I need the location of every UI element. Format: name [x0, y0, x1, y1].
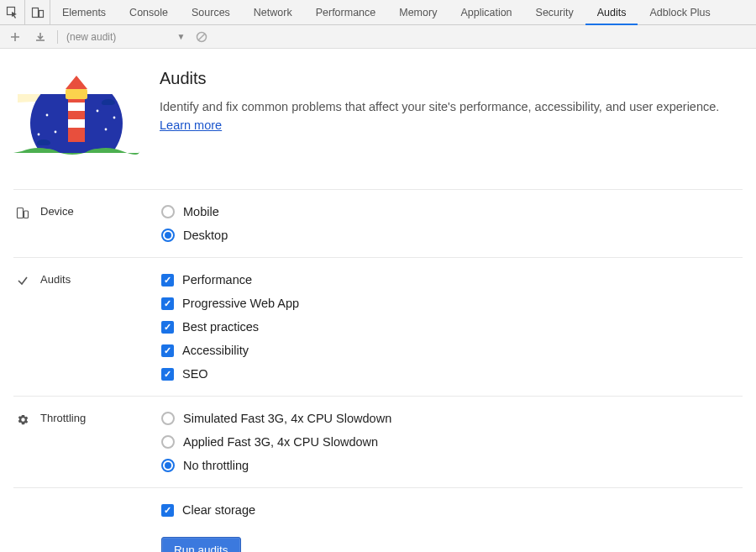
page-title: Audits	[160, 69, 743, 88]
svg-point-14	[105, 129, 108, 131]
check-icon	[15, 275, 30, 287]
svg-rect-7	[68, 103, 85, 111]
svg-point-12	[55, 131, 57, 134]
radio-device-mobile[interactable]: Mobile	[161, 205, 228, 218]
checkbox-icon	[161, 274, 174, 287]
svg-rect-2	[39, 10, 43, 17]
checkbox-icon	[161, 504, 174, 517]
radio-device-desktop[interactable]: Desktop	[161, 229, 228, 242]
section-device: Device Mobile Desktop	[13, 190, 743, 258]
devtools-tabbar: Elements Console Sources Network Perform…	[0, 0, 756, 25]
page-subtitle: Identify and fix common problems that af…	[160, 98, 743, 135]
clear-icon[interactable]	[193, 29, 210, 45]
learn-more-link[interactable]: Learn more	[160, 118, 222, 132]
inspect-element-icon[interactable]	[0, 0, 25, 25]
section-audits-label: Audits	[40, 273, 71, 286]
svg-point-15	[38, 134, 40, 136]
audits-page: Audits Identify and fix common problems …	[0, 49, 756, 552]
svg-rect-19	[24, 211, 29, 218]
section-throttling: Throttling Simulated Fast 3G, 4x CPU Slo…	[13, 397, 743, 488]
section-audits: Audits Performance Progressive Web App B…	[13, 258, 743, 397]
svg-point-16	[113, 117, 116, 119]
svg-rect-1	[32, 8, 38, 17]
tab-adblock-plus[interactable]: Adblock Plus	[638, 0, 722, 24]
audits-header: Audits Identify and fix common problems …	[13, 69, 743, 190]
radio-icon	[161, 205, 175, 218]
svg-rect-18	[18, 208, 24, 218]
checkbox-accessibility[interactable]: Accessibility	[161, 344, 299, 357]
svg-point-11	[46, 114, 49, 117]
tab-memory[interactable]: Memory	[387, 0, 449, 24]
radio-icon	[161, 229, 175, 242]
section-device-label: Device	[40, 205, 74, 218]
section-throttling-label: Throttling	[40, 412, 86, 424]
checkbox-seo[interactable]: SEO	[161, 367, 299, 381]
svg-point-13	[97, 110, 99, 113]
tab-security[interactable]: Security	[524, 0, 585, 24]
device-toolbar-icon[interactable]	[25, 0, 50, 25]
device-icon	[15, 207, 30, 220]
tab-application[interactable]: Application	[449, 0, 523, 24]
radio-throttling-applied[interactable]: Applied Fast 3G, 4x CPU Slowdown	[161, 435, 391, 449]
tab-audits[interactable]: Audits	[585, 0, 638, 24]
radio-throttling-simulated[interactable]: Simulated Fast 3G, 4x CPU Slowdown	[161, 412, 391, 425]
checkbox-icon	[161, 297, 174, 310]
tab-performance[interactable]: Performance	[304, 0, 388, 24]
svg-rect-9	[66, 89, 87, 99]
gear-icon	[15, 413, 30, 426]
dropdown-triangle-icon: ▼	[176, 32, 185, 41]
checkbox-icon	[161, 344, 174, 357]
run-audits-button[interactable]: Run audits	[161, 537, 241, 552]
audit-dropdown[interactable]: (new audit) ▼	[66, 31, 185, 43]
radio-icon	[161, 412, 175, 425]
tab-sources[interactable]: Sources	[180, 0, 242, 24]
download-icon[interactable]	[32, 29, 49, 45]
radio-icon	[161, 435, 175, 449]
audit-dropdown-label: (new audit)	[66, 31, 116, 43]
checkbox-icon	[161, 321, 174, 334]
checkbox-clear-storage[interactable]: Clear storage	[161, 503, 255, 517]
radio-throttling-none[interactable]: No throttling	[161, 459, 391, 472]
checkbox-performance[interactable]: Performance	[161, 273, 299, 287]
section-extra: Clear storage Run audits	[13, 488, 743, 552]
new-audit-icon[interactable]	[7, 29, 24, 45]
lighthouse-logo	[13, 69, 139, 164]
svg-rect-8	[68, 119, 85, 128]
checkbox-icon	[161, 368, 174, 381]
tab-console[interactable]: Console	[118, 0, 180, 24]
tab-network[interactable]: Network	[242, 0, 304, 24]
radio-icon	[161, 459, 175, 472]
checkbox-best-practices[interactable]: Best practices	[161, 320, 299, 334]
tab-elements[interactable]: Elements	[50, 0, 118, 24]
checkbox-progressive-web-app[interactable]: Progressive Web App	[161, 297, 299, 310]
audits-toolbar: (new audit) ▼	[0, 25, 756, 49]
